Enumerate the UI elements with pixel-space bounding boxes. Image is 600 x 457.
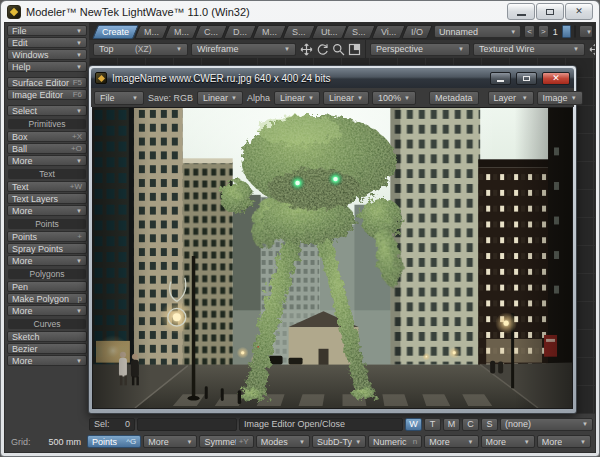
metadata-button[interactable]: Metadata xyxy=(429,91,479,105)
chevron-down-icon: ▼ xyxy=(73,108,82,114)
pan-icon[interactable] xyxy=(299,43,313,56)
display-colorspace-dropdown[interactable]: Linear▼ xyxy=(323,91,369,105)
chevron-down-icon: ▼ xyxy=(73,40,82,46)
tab-setup[interactable]: S... xyxy=(282,25,315,39)
tab-modify[interactable]: M... xyxy=(134,25,169,39)
image-editor-button[interactable]: Image EditorF6 xyxy=(7,89,87,100)
more-dropdown-2[interactable]: More▼ xyxy=(424,435,478,448)
object-selector-dropdown[interactable]: Unnamed ▼ xyxy=(434,25,521,38)
toggle-t[interactable]: T xyxy=(424,418,441,431)
bezier-button[interactable]: Bezier xyxy=(7,343,87,354)
tab-utilities[interactable]: Ut... xyxy=(311,25,347,39)
left-render-mode-dropdown[interactable]: Wireframe ▼ xyxy=(191,43,296,56)
primitives-more-dropdown[interactable]: More▼ xyxy=(7,155,87,166)
maximize-viewport-icon[interactable] xyxy=(347,43,361,56)
group-header-text: Text xyxy=(8,169,86,179)
subd-type-dropdown[interactable]: SubD-Type▼ xyxy=(312,435,366,448)
chevron-down-icon: ▼ xyxy=(73,158,82,164)
toggle-m[interactable]: M xyxy=(443,418,460,431)
more-dropdown-4[interactable]: More▼ xyxy=(537,435,591,448)
toggle-s[interactable]: S xyxy=(481,418,498,431)
menu-edit[interactable]: Edit▼ xyxy=(7,37,87,48)
chevron-down-icon: ▼ xyxy=(401,95,410,101)
sketch-button[interactable]: Sketch xyxy=(7,331,87,342)
text-button[interactable]: Text+W xyxy=(7,181,87,192)
close-button[interactable]: ✕ xyxy=(565,3,593,20)
right-viewport-icons xyxy=(588,43,596,56)
title-bar: Modeler™ NewTek LightWave™ 11.0 (Win32) … xyxy=(1,1,599,22)
tab-view[interactable]: Vi... xyxy=(371,25,406,39)
symmetry-button[interactable]: Symmetry+Y xyxy=(199,435,253,448)
group-header-points: Points xyxy=(8,219,86,229)
image-editor-titlebar[interactable]: ImageName www.CWER.ru.jpg 640 x 400 24 b… xyxy=(91,68,574,88)
selection-count-field: Sel: 0 xyxy=(89,418,135,431)
right-render-mode-dropdown[interactable]: Textured Wire ▼ xyxy=(473,43,585,56)
image-editor-window: ImageName www.CWER.ru.jpg 640 x 400 24 b… xyxy=(88,65,577,414)
alpha-colorspace-dropdown[interactable]: Linear▼ xyxy=(274,91,320,105)
chevron-down-icon: ▼ xyxy=(73,28,82,34)
app-icon xyxy=(7,5,21,19)
minimize-button[interactable] xyxy=(507,3,535,20)
image-editor-minimize-button[interactable] xyxy=(490,72,511,85)
layer-bank-dropdown[interactable]: ▼ xyxy=(579,25,593,38)
current-layer-chip[interactable] xyxy=(562,25,572,38)
more-dropdown-3[interactable]: More▼ xyxy=(481,435,535,448)
image-dropdown[interactable]: Image▼ xyxy=(537,91,583,105)
tab-construct[interactable]: C... xyxy=(194,25,228,39)
tab-io[interactable]: I/O xyxy=(401,25,433,39)
image-editor-restore-button[interactable] xyxy=(516,72,537,85)
spray-points-button[interactable]: Spray Points xyxy=(7,243,87,254)
menu-help[interactable]: Help▼ xyxy=(7,61,87,72)
curves-more-dropdown[interactable]: More▼ xyxy=(7,355,87,366)
chevron-down-icon: ▼ xyxy=(73,52,82,58)
image-editor-toolbar: File▼ Save: RGB Linear▼ Alpha Linear▼ Li… xyxy=(91,88,574,107)
preset-dropdown[interactable]: (none) ▼ xyxy=(500,418,593,431)
file-menu-dropdown[interactable]: File▼ xyxy=(94,91,144,105)
next-layer-button[interactable]: > xyxy=(538,25,549,38)
save-colorspace-dropdown[interactable]: Linear▼ xyxy=(197,91,243,105)
restore-icon xyxy=(546,9,554,15)
numeric-button[interactable]: Numericn xyxy=(368,435,422,448)
tab-map[interactable]: M... xyxy=(252,25,287,39)
status-row: Sel: 0 Image Editor Open/Close W T M C S… xyxy=(89,416,593,432)
ball-button[interactable]: Ball+O xyxy=(7,143,87,154)
image-editor-close-button[interactable]: ✕ xyxy=(542,72,570,85)
box-button[interactable]: Box+X xyxy=(7,131,87,142)
left-viewport-icons xyxy=(299,43,361,56)
chevron-down-icon: ▼ xyxy=(507,29,516,35)
make-polygon-button[interactable]: Make Polygonp xyxy=(7,293,87,304)
zoom-dropdown[interactable]: 100%▼ xyxy=(372,91,416,105)
right-view-type-dropdown[interactable]: Perspective ▼ xyxy=(370,43,470,56)
surface-editor-button[interactable]: Surface EditorF5 xyxy=(7,77,87,88)
points-more-dropdown[interactable]: More▼ xyxy=(7,255,87,266)
select-dropdown[interactable]: Select▼ xyxy=(7,105,87,116)
pen-button[interactable]: Pen xyxy=(7,281,87,292)
restore-button[interactable] xyxy=(536,3,564,20)
layer-bank[interactable] xyxy=(574,25,576,38)
toggle-wireframe[interactable]: W xyxy=(405,418,422,431)
modes-dropdown[interactable]: Modes▼ xyxy=(256,435,310,448)
text-more-dropdown[interactable]: More▼ xyxy=(7,205,87,216)
menu-file[interactable]: File▼ xyxy=(7,25,87,36)
points-mode-button[interactable]: Points^G xyxy=(87,435,141,448)
tab-selection[interactable]: S... xyxy=(342,25,375,39)
polygons-more-dropdown[interactable]: More▼ xyxy=(7,305,87,316)
pan-icon[interactable] xyxy=(588,43,596,56)
text-layers-button[interactable]: Text Layers xyxy=(7,193,87,204)
points-button[interactable]: Points+ xyxy=(7,231,87,242)
more-dropdown-1[interactable]: More▼ xyxy=(143,435,197,448)
rotate-icon[interactable] xyxy=(315,43,329,56)
tab-detail[interactable]: D... xyxy=(223,25,257,39)
chevron-down-icon: ▼ xyxy=(305,95,314,101)
zoom-icon[interactable] xyxy=(331,43,345,56)
sidebar: File▼ Edit▼ Windows▼ Help▼ Surface Edito… xyxy=(5,23,89,452)
toggle-c[interactable]: C xyxy=(462,418,479,431)
chevron-down-icon: ▼ xyxy=(73,64,82,70)
tab-multiply[interactable]: M... xyxy=(164,25,199,39)
left-view-type-dropdown[interactable]: Top (XZ) ▼ xyxy=(93,43,188,56)
chevron-down-icon: ▼ xyxy=(577,439,586,445)
prev-layer-button[interactable]: < xyxy=(524,25,535,38)
menu-windows[interactable]: Windows▼ xyxy=(7,49,87,60)
tab-create[interactable]: Create xyxy=(92,25,139,39)
layer-dropdown[interactable]: Layer▼ xyxy=(488,91,534,105)
